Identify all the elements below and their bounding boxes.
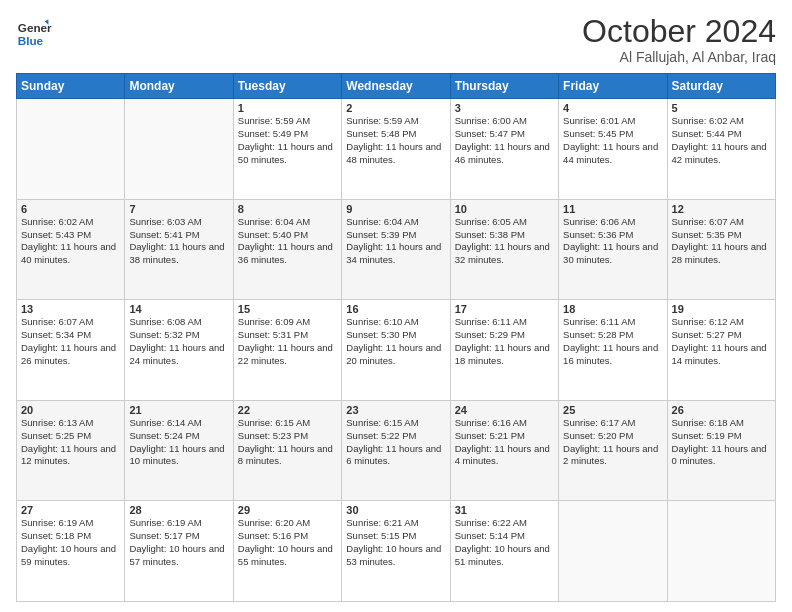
calendar-cell: 19Sunrise: 6:12 AM Sunset: 5:27 PM Dayli… (667, 300, 775, 401)
day-number: 4 (563, 102, 662, 114)
day-info: Sunrise: 6:16 AM Sunset: 5:21 PM Dayligh… (455, 417, 554, 468)
day-number: 12 (672, 203, 771, 215)
day-number: 22 (238, 404, 337, 416)
day-number: 10 (455, 203, 554, 215)
day-number: 21 (129, 404, 228, 416)
day-number: 15 (238, 303, 337, 315)
weekday-header: Monday (125, 74, 233, 99)
day-number: 14 (129, 303, 228, 315)
calendar-cell (17, 99, 125, 200)
page-header: General Blue October 2024 Al Fallujah, A… (16, 14, 776, 65)
calendar-week-row: 13Sunrise: 6:07 AM Sunset: 5:34 PM Dayli… (17, 300, 776, 401)
calendar-cell: 30Sunrise: 6:21 AM Sunset: 5:15 PM Dayli… (342, 501, 450, 602)
calendar-cell: 11Sunrise: 6:06 AM Sunset: 5:36 PM Dayli… (559, 199, 667, 300)
calendar-cell: 22Sunrise: 6:15 AM Sunset: 5:23 PM Dayli… (233, 400, 341, 501)
calendar-cell: 1Sunrise: 5:59 AM Sunset: 5:49 PM Daylig… (233, 99, 341, 200)
day-info: Sunrise: 6:07 AM Sunset: 5:35 PM Dayligh… (672, 216, 771, 267)
day-info: Sunrise: 6:04 AM Sunset: 5:40 PM Dayligh… (238, 216, 337, 267)
calendar-cell: 5Sunrise: 6:02 AM Sunset: 5:44 PM Daylig… (667, 99, 775, 200)
day-number: 23 (346, 404, 445, 416)
calendar-cell (559, 501, 667, 602)
day-info: Sunrise: 6:02 AM Sunset: 5:43 PM Dayligh… (21, 216, 120, 267)
day-info: Sunrise: 6:18 AM Sunset: 5:19 PM Dayligh… (672, 417, 771, 468)
day-info: Sunrise: 6:03 AM Sunset: 5:41 PM Dayligh… (129, 216, 228, 267)
calendar-cell: 29Sunrise: 6:20 AM Sunset: 5:16 PM Dayli… (233, 501, 341, 602)
calendar-cell: 10Sunrise: 6:05 AM Sunset: 5:38 PM Dayli… (450, 199, 558, 300)
calendar-cell: 6Sunrise: 6:02 AM Sunset: 5:43 PM Daylig… (17, 199, 125, 300)
day-number: 19 (672, 303, 771, 315)
day-info: Sunrise: 6:00 AM Sunset: 5:47 PM Dayligh… (455, 115, 554, 166)
day-info: Sunrise: 6:09 AM Sunset: 5:31 PM Dayligh… (238, 316, 337, 367)
calendar-cell: 27Sunrise: 6:19 AM Sunset: 5:18 PM Dayli… (17, 501, 125, 602)
calendar-cell: 25Sunrise: 6:17 AM Sunset: 5:20 PM Dayli… (559, 400, 667, 501)
day-info: Sunrise: 6:17 AM Sunset: 5:20 PM Dayligh… (563, 417, 662, 468)
day-number: 7 (129, 203, 228, 215)
day-info: Sunrise: 6:15 AM Sunset: 5:22 PM Dayligh… (346, 417, 445, 468)
day-info: Sunrise: 6:14 AM Sunset: 5:24 PM Dayligh… (129, 417, 228, 468)
day-info: Sunrise: 6:01 AM Sunset: 5:45 PM Dayligh… (563, 115, 662, 166)
day-number: 13 (21, 303, 120, 315)
calendar-cell: 8Sunrise: 6:04 AM Sunset: 5:40 PM Daylig… (233, 199, 341, 300)
day-number: 9 (346, 203, 445, 215)
day-info: Sunrise: 6:13 AM Sunset: 5:25 PM Dayligh… (21, 417, 120, 468)
day-info: Sunrise: 6:11 AM Sunset: 5:29 PM Dayligh… (455, 316, 554, 367)
calendar-table: SundayMondayTuesdayWednesdayThursdayFrid… (16, 73, 776, 602)
calendar-cell: 31Sunrise: 6:22 AM Sunset: 5:14 PM Dayli… (450, 501, 558, 602)
calendar-cell: 13Sunrise: 6:07 AM Sunset: 5:34 PM Dayli… (17, 300, 125, 401)
header-right: October 2024 Al Fallujah, Al Anbar, Iraq (582, 14, 776, 65)
calendar-cell: 4Sunrise: 6:01 AM Sunset: 5:45 PM Daylig… (559, 99, 667, 200)
day-number: 8 (238, 203, 337, 215)
day-number: 20 (21, 404, 120, 416)
day-number: 16 (346, 303, 445, 315)
day-info: Sunrise: 6:04 AM Sunset: 5:39 PM Dayligh… (346, 216, 445, 267)
weekday-header: Wednesday (342, 74, 450, 99)
day-info: Sunrise: 6:05 AM Sunset: 5:38 PM Dayligh… (455, 216, 554, 267)
calendar-cell (125, 99, 233, 200)
svg-text:Blue: Blue (18, 34, 44, 47)
calendar-cell: 18Sunrise: 6:11 AM Sunset: 5:28 PM Dayli… (559, 300, 667, 401)
calendar-header-row: SundayMondayTuesdayWednesdayThursdayFrid… (17, 74, 776, 99)
calendar-week-row: 20Sunrise: 6:13 AM Sunset: 5:25 PM Dayli… (17, 400, 776, 501)
calendar-cell (667, 501, 775, 602)
weekday-header: Tuesday (233, 74, 341, 99)
logo: General Blue (16, 14, 52, 50)
calendar-body: 1Sunrise: 5:59 AM Sunset: 5:49 PM Daylig… (17, 99, 776, 602)
calendar-cell: 28Sunrise: 6:19 AM Sunset: 5:17 PM Dayli… (125, 501, 233, 602)
day-info: Sunrise: 6:15 AM Sunset: 5:23 PM Dayligh… (238, 417, 337, 468)
day-info: Sunrise: 6:06 AM Sunset: 5:36 PM Dayligh… (563, 216, 662, 267)
day-number: 5 (672, 102, 771, 114)
calendar-cell: 23Sunrise: 6:15 AM Sunset: 5:22 PM Dayli… (342, 400, 450, 501)
day-info: Sunrise: 5:59 AM Sunset: 5:48 PM Dayligh… (346, 115, 445, 166)
location: Al Fallujah, Al Anbar, Iraq (582, 49, 776, 65)
day-number: 2 (346, 102, 445, 114)
calendar-cell: 14Sunrise: 6:08 AM Sunset: 5:32 PM Dayli… (125, 300, 233, 401)
day-number: 1 (238, 102, 337, 114)
weekday-header: Saturday (667, 74, 775, 99)
calendar-cell: 2Sunrise: 5:59 AM Sunset: 5:48 PM Daylig… (342, 99, 450, 200)
day-info: Sunrise: 6:07 AM Sunset: 5:34 PM Dayligh… (21, 316, 120, 367)
day-number: 24 (455, 404, 554, 416)
day-info: Sunrise: 6:10 AM Sunset: 5:30 PM Dayligh… (346, 316, 445, 367)
day-number: 29 (238, 504, 337, 516)
day-info: Sunrise: 6:19 AM Sunset: 5:18 PM Dayligh… (21, 517, 120, 568)
calendar-cell: 9Sunrise: 6:04 AM Sunset: 5:39 PM Daylig… (342, 199, 450, 300)
calendar-week-row: 27Sunrise: 6:19 AM Sunset: 5:18 PM Dayli… (17, 501, 776, 602)
day-number: 31 (455, 504, 554, 516)
calendar-cell: 16Sunrise: 6:10 AM Sunset: 5:30 PM Dayli… (342, 300, 450, 401)
day-info: Sunrise: 5:59 AM Sunset: 5:49 PM Dayligh… (238, 115, 337, 166)
calendar-cell: 26Sunrise: 6:18 AM Sunset: 5:19 PM Dayli… (667, 400, 775, 501)
day-info: Sunrise: 6:20 AM Sunset: 5:16 PM Dayligh… (238, 517, 337, 568)
day-number: 27 (21, 504, 120, 516)
day-number: 6 (21, 203, 120, 215)
calendar-cell: 3Sunrise: 6:00 AM Sunset: 5:47 PM Daylig… (450, 99, 558, 200)
day-info: Sunrise: 6:22 AM Sunset: 5:14 PM Dayligh… (455, 517, 554, 568)
day-info: Sunrise: 6:12 AM Sunset: 5:27 PM Dayligh… (672, 316, 771, 367)
calendar-cell: 15Sunrise: 6:09 AM Sunset: 5:31 PM Dayli… (233, 300, 341, 401)
day-number: 28 (129, 504, 228, 516)
calendar-cell: 7Sunrise: 6:03 AM Sunset: 5:41 PM Daylig… (125, 199, 233, 300)
day-info: Sunrise: 6:02 AM Sunset: 5:44 PM Dayligh… (672, 115, 771, 166)
day-number: 30 (346, 504, 445, 516)
day-info: Sunrise: 6:11 AM Sunset: 5:28 PM Dayligh… (563, 316, 662, 367)
calendar-week-row: 6Sunrise: 6:02 AM Sunset: 5:43 PM Daylig… (17, 199, 776, 300)
weekday-header: Thursday (450, 74, 558, 99)
